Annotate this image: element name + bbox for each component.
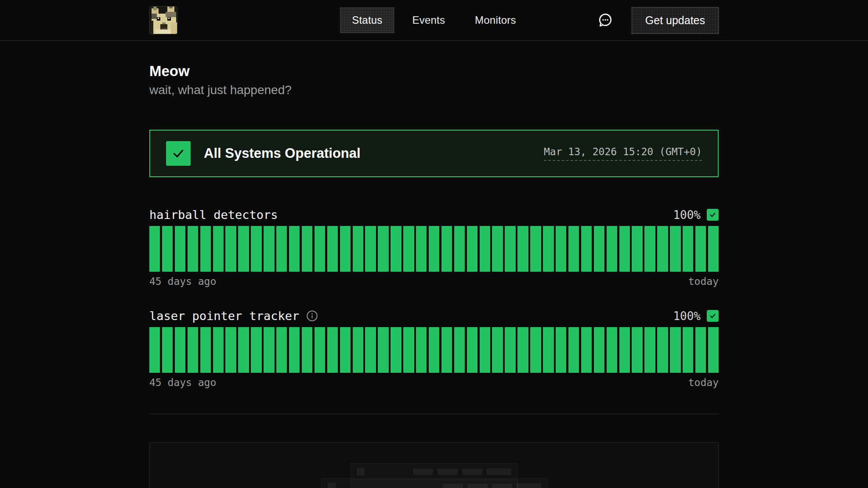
- uptime-day-bar[interactable]: [657, 226, 668, 272]
- cat-logo[interactable]: [149, 6, 177, 34]
- uptime-day-bar[interactable]: [264, 327, 274, 373]
- uptime-day-bar[interactable]: [619, 226, 630, 272]
- uptime-day-bar[interactable]: [353, 327, 363, 373]
- uptime-day-bar[interactable]: [619, 327, 630, 373]
- monitor-name[interactable]: hairball detectors: [149, 208, 278, 222]
- uptime-day-bar[interactable]: [175, 327, 185, 373]
- tab-status[interactable]: Status: [340, 7, 394, 33]
- uptime-day-bar[interactable]: [251, 327, 261, 373]
- uptime-day-bar[interactable]: [454, 226, 465, 272]
- uptime-day-bar[interactable]: [315, 226, 325, 272]
- uptime-day-bar[interactable]: [162, 226, 173, 272]
- uptime-day-bar[interactable]: [480, 327, 490, 373]
- uptime-day-bar[interactable]: [225, 327, 236, 373]
- uptime-day-bar[interactable]: [302, 226, 312, 272]
- uptime-day-bar[interactable]: [695, 327, 706, 373]
- uptime-day-bar[interactable]: [365, 226, 376, 272]
- uptime-day-bar[interactable]: [315, 327, 325, 373]
- uptime-day-bar[interactable]: [149, 226, 160, 272]
- uptime-day-bar[interactable]: [188, 226, 198, 272]
- uptime-day-bar[interactable]: [568, 327, 579, 373]
- uptime-day-bar[interactable]: [289, 327, 300, 373]
- uptime-day-bar[interactable]: [657, 327, 668, 373]
- uptime-day-bar[interactable]: [225, 226, 236, 272]
- uptime-day-bar[interactable]: [644, 226, 655, 272]
- uptime-day-bar[interactable]: [251, 226, 261, 272]
- tab-monitors[interactable]: Monitors: [463, 7, 528, 33]
- uptime-day-bar[interactable]: [276, 226, 287, 272]
- uptime-day-bar[interactable]: [175, 226, 185, 272]
- uptime-day-bar[interactable]: [429, 327, 439, 373]
- uptime-day-bar[interactable]: [505, 226, 515, 272]
- banner-timestamp[interactable]: Mar 13, 2026 15:20 (GMT+0): [544, 146, 702, 161]
- uptime-day-bar[interactable]: [480, 226, 490, 272]
- uptime-day-bar[interactable]: [213, 226, 224, 272]
- uptime-day-bar[interactable]: [467, 226, 477, 272]
- uptime-day-bar[interactable]: [365, 327, 376, 373]
- uptime-day-bar[interactable]: [530, 327, 541, 373]
- uptime-day-bar[interactable]: [568, 226, 579, 272]
- uptime-day-bar[interactable]: [327, 327, 338, 373]
- uptime-day-bar[interactable]: [302, 327, 312, 373]
- uptime-day-bar[interactable]: [594, 327, 604, 373]
- uptime-day-bar[interactable]: [213, 327, 224, 373]
- uptime-day-bar[interactable]: [441, 226, 452, 272]
- uptime-day-bar[interactable]: [670, 226, 680, 272]
- uptime-day-bar[interactable]: [581, 226, 592, 272]
- uptime-day-bar[interactable]: [149, 327, 160, 373]
- uptime-day-bar[interactable]: [353, 226, 363, 272]
- uptime-day-bar[interactable]: [238, 226, 249, 272]
- uptime-day-bar[interactable]: [683, 226, 693, 272]
- uptime-day-bar[interactable]: [530, 226, 541, 272]
- uptime-day-bar[interactable]: [327, 226, 338, 272]
- uptime-day-bar[interactable]: [708, 226, 719, 272]
- uptime-day-bar[interactable]: [188, 327, 198, 373]
- uptime-day-bar[interactable]: [556, 226, 566, 272]
- uptime-day-bar[interactable]: [454, 327, 465, 373]
- uptime-day-bar[interactable]: [403, 226, 414, 272]
- uptime-day-bar[interactable]: [467, 327, 477, 373]
- uptime-day-bar[interactable]: [340, 327, 351, 373]
- uptime-day-bar[interactable]: [517, 226, 528, 272]
- uptime-day-bar[interactable]: [556, 327, 566, 373]
- uptime-day-bar[interactable]: [416, 327, 427, 373]
- uptime-day-bar[interactable]: [607, 226, 617, 272]
- monitor-name[interactable]: laser pointer tracker: [149, 309, 299, 323]
- info-icon[interactable]: [306, 310, 318, 322]
- uptime-day-bar[interactable]: [607, 327, 617, 373]
- uptime-day-bar[interactable]: [708, 327, 719, 373]
- uptime-day-bar[interactable]: [391, 226, 401, 272]
- tab-events[interactable]: Events: [401, 7, 457, 33]
- get-updates-button[interactable]: Get updates: [632, 7, 719, 34]
- uptime-day-bar[interactable]: [695, 226, 706, 272]
- uptime-day-bar[interactable]: [238, 327, 249, 373]
- uptime-day-bar[interactable]: [289, 226, 300, 272]
- uptime-day-bar[interactable]: [543, 226, 553, 272]
- uptime-day-bar[interactable]: [162, 327, 173, 373]
- uptime-day-bar[interactable]: [517, 327, 528, 373]
- uptime-day-bar[interactable]: [581, 327, 592, 373]
- uptime-day-bar[interactable]: [644, 327, 655, 373]
- uptime-day-bar[interactable]: [200, 327, 211, 373]
- uptime-day-bar[interactable]: [492, 327, 503, 373]
- uptime-day-bar[interactable]: [403, 327, 414, 373]
- uptime-day-bar[interactable]: [200, 226, 211, 272]
- uptime-day-bar[interactable]: [492, 226, 503, 272]
- uptime-day-bar[interactable]: [416, 226, 427, 272]
- uptime-day-bar[interactable]: [441, 327, 452, 373]
- uptime-day-bar[interactable]: [264, 226, 274, 272]
- uptime-day-bar[interactable]: [632, 327, 642, 373]
- uptime-day-bar[interactable]: [378, 226, 388, 272]
- uptime-day-bar[interactable]: [340, 226, 351, 272]
- uptime-day-bar[interactable]: [670, 327, 680, 373]
- uptime-day-bar[interactable]: [378, 327, 388, 373]
- uptime-day-bar[interactable]: [391, 327, 401, 373]
- uptime-day-bar[interactable]: [594, 226, 604, 272]
- uptime-day-bar[interactable]: [429, 226, 439, 272]
- uptime-day-bar[interactable]: [632, 226, 642, 272]
- uptime-day-bar[interactable]: [276, 327, 287, 373]
- uptime-day-bar[interactable]: [505, 327, 515, 373]
- chat-bubble-icon[interactable]: [597, 12, 613, 28]
- uptime-day-bar[interactable]: [683, 327, 693, 373]
- uptime-day-bar[interactable]: [543, 327, 553, 373]
